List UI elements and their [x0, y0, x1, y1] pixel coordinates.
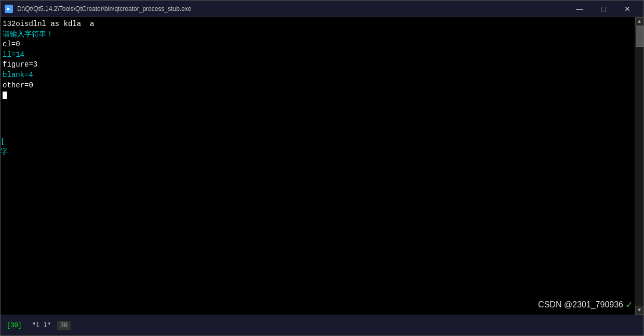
cursor	[3, 92, 7, 99]
console-line-1: 请输入字符串！	[3, 30, 633, 40]
console-line-5: blank=4	[3, 70, 633, 81]
console-content: 132oisdlnl as kdla a请输入字符串！cl=0ll=14figu…	[1, 17, 635, 315]
scroll-down-button[interactable]: ▼	[635, 306, 644, 315]
minimize-button[interactable]: —	[568, 1, 592, 17]
maximize-button[interactable]: □	[592, 1, 615, 17]
taskbar-item-1[interactable]: [30]	[3, 317, 26, 334]
cursor-line	[3, 91, 633, 101]
console-line-2: cl=0	[3, 40, 633, 50]
title-bar-text: D:\Qt\Qt5.14.2\Tools\QtCreator\bin\qtcre…	[17, 5, 568, 12]
scroll-thumb[interactable]	[636, 26, 643, 47]
window-controls: — □ ✕	[568, 1, 639, 17]
window-icon: ▶	[5, 5, 13, 13]
scroll-up-button[interactable]: ▲	[635, 17, 644, 26]
console-line-4: figure=3	[3, 60, 633, 70]
scrollbar: ▲ ▼	[635, 17, 643, 315]
watermark-check: ✓	[625, 299, 633, 311]
side-characters: [字	[1, 137, 8, 157]
close-button[interactable]: ✕	[615, 1, 639, 17]
console-line-3: ll=14	[3, 50, 633, 60]
console-area: 132oisdlnl as kdla a请输入字符串！cl=0ll=14figu…	[1, 17, 643, 315]
watermark-text: CSDN @2301_790936	[538, 300, 623, 309]
taskbar-item-2[interactable]: "l l"	[28, 317, 55, 334]
console-line-6: other=0	[3, 81, 633, 91]
scroll-track[interactable]	[635, 26, 643, 306]
taskbar-number: 30	[57, 321, 71, 330]
title-bar: ▶ D:\Qt\Qt5.14.2\Tools\QtCreator\bin\qtc…	[1, 1, 643, 17]
console-line-0: 132oisdlnl as kdla a	[3, 19, 633, 30]
taskbar: [30] "l l" 30	[1, 315, 643, 335]
console-output: 132oisdlnl as kdla a请输入字符串！cl=0ll=14figu…	[3, 19, 633, 101]
watermark: CSDN @2301_790936✓	[538, 299, 633, 311]
main-window: ▶ D:\Qt\Qt5.14.2\Tools\QtCreator\bin\qtc…	[0, 0, 644, 336]
